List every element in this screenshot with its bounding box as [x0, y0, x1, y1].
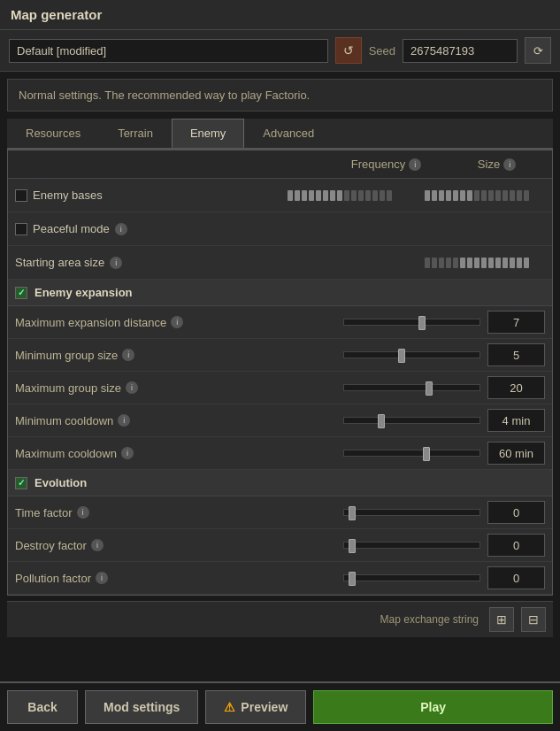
preset-select[interactable]: Default [modified]DefaultCustom [9, 39, 328, 63]
enemy-bases-checkbox[interactable] [15, 189, 27, 202]
enemy-bases-freq-slider[interactable] [271, 190, 408, 201]
pollution-factor-label: Pollution factor i [15, 572, 343, 585]
seed-label: Seed [369, 44, 395, 58]
min-group-size-row: Minimum group size i 5 [8, 339, 552, 372]
evolution-check-icon: ✓ [18, 478, 25, 488]
warning-icon: ⚠ [224, 700, 235, 714]
footer: Back Mod settings ⚠ Preview Play [0, 681, 560, 731]
min-group-size-value: 5 [487, 343, 545, 366]
destroy-factor-value: 0 [487, 534, 545, 557]
destroy-factor-label: Destroy factor i [15, 539, 343, 552]
frequency-info-icon[interactable]: i [409, 158, 421, 171]
time-factor-slider[interactable] [343, 509, 480, 516]
min-cooldown-row: Minimum cooldown i 4 min [8, 404, 552, 437]
peaceful-mode-label: Peaceful mode i [15, 222, 545, 235]
reset-preset-button[interactable]: ↺ [335, 37, 362, 64]
min-cooldown-value: 4 min [487, 409, 545, 432]
time-factor-value: 0 [487, 501, 545, 524]
col-frequency-header: Frequency i [331, 150, 441, 178]
starting-area-label: Starting area size i [15, 256, 408, 269]
pollution-factor-value: 0 [487, 566, 545, 589]
destroy-factor-info-icon[interactable]: i [91, 539, 104, 551]
tab-terrain[interactable]: Terrain [99, 119, 172, 148]
starting-area-slider[interactable] [408, 258, 545, 268]
min-group-size-slider[interactable] [343, 351, 480, 358]
title-bar: Map generator [0, 0, 560, 30]
enemy-expansion-checkbox[interactable]: ✓ [15, 287, 27, 299]
max-cooldown-row: Maximum cooldown i 60 min [8, 437, 552, 470]
max-group-size-value: 20 [487, 376, 545, 399]
max-cooldown-slider[interactable] [343, 450, 480, 457]
pollution-factor-info-icon[interactable]: i [96, 572, 108, 584]
pollution-factor-slider[interactable] [343, 574, 480, 581]
peaceful-mode-checkbox[interactable] [15, 223, 27, 235]
reset-icon: ↺ [343, 43, 354, 58]
paste-icon: ⊟ [528, 612, 539, 627]
col-name-spacer [8, 150, 331, 178]
app-title: Map generator [11, 7, 102, 22]
copy-exchange-button[interactable]: ⊞ [489, 607, 514, 632]
top-controls: Default [modified]DefaultCustom ↺ Seed ⟳ [0, 30, 560, 72]
preview-button[interactable]: ⚠ Preview [205, 690, 306, 724]
min-cooldown-slider[interactable] [343, 417, 480, 424]
max-group-size-slider[interactable] [343, 384, 480, 391]
copy-icon: ⊞ [496, 612, 507, 627]
min-cooldown-info-icon[interactable]: i [118, 414, 130, 427]
paste-exchange-button[interactable]: ⊟ [521, 607, 546, 632]
min-group-size-info-icon[interactable]: i [122, 349, 134, 361]
destroy-factor-row: Destroy factor i 0 [8, 529, 552, 562]
content-panel: Frequency i Size i Enemy bases [7, 150, 553, 596]
tab-resources[interactable]: Resources [7, 119, 99, 148]
max-cooldown-label: Maximum cooldown i [15, 447, 343, 460]
min-cooldown-label: Minimum cooldown i [15, 414, 343, 427]
max-expansion-info-icon[interactable]: i [171, 316, 183, 328]
enemy-bases-row: Enemy bases [8, 179, 552, 212]
destroy-factor-slider[interactable] [343, 542, 480, 549]
max-group-size-info-icon[interactable]: i [126, 381, 138, 394]
max-expansion-slider[interactable] [343, 319, 480, 326]
col-size-header: Size i [441, 150, 552, 178]
exchange-label: Map exchange string [380, 613, 479, 626]
random-seed-button[interactable]: ⟳ [525, 37, 551, 64]
min-group-size-label: Minimum group size i [15, 349, 343, 362]
time-factor-row: Time factor i 0 [8, 496, 552, 529]
peaceful-mode-info-icon[interactable]: i [115, 223, 127, 235]
max-group-size-row: Maximum group size i 20 [8, 372, 552, 404]
enemy-bases-size-slider[interactable] [408, 190, 545, 201]
mod-settings-button[interactable]: Mod settings [85, 690, 198, 724]
check-icon: ✓ [18, 288, 25, 297]
evolution-header: ✓ Evolution [8, 470, 552, 496]
back-button[interactable]: Back [7, 690, 78, 724]
starting-area-row: Starting area size i [8, 246, 552, 280]
shuffle-icon: ⟳ [533, 44, 543, 58]
enemy-expansion-header: ✓ Enemy expansion [8, 280, 552, 306]
tab-advanced[interactable]: Advanced [244, 119, 333, 148]
max-expansion-label: Maximum expansion distance i [15, 316, 343, 329]
column-headers: Frequency i Size i [8, 150, 552, 179]
max-expansion-row: Maximum expansion distance i 7 [8, 306, 552, 339]
pollution-factor-row: Pollution factor i 0 [8, 562, 552, 595]
max-group-size-label: Maximum group size i [15, 381, 343, 395]
play-button[interactable]: Play [313, 690, 553, 724]
time-factor-info-icon[interactable]: i [77, 506, 89, 519]
max-expansion-value: 7 [487, 311, 545, 334]
enemy-bases-label: Enemy bases [15, 189, 271, 202]
size-info-icon[interactable]: i [503, 158, 516, 171]
description-box: Normal settings. The recommended way to … [7, 79, 553, 112]
max-cooldown-value: 60 min [487, 442, 545, 465]
time-factor-label: Time factor i [15, 506, 343, 519]
seed-input[interactable] [403, 39, 518, 63]
evolution-checkbox[interactable]: ✓ [15, 477, 27, 489]
tab-enemy[interactable]: Enemy [172, 119, 244, 148]
peaceful-mode-row: Peaceful mode i [8, 212, 552, 246]
exchange-bar: Map exchange string ⊞ ⊟ [7, 601, 553, 637]
max-cooldown-info-icon[interactable]: i [121, 447, 134, 459]
description-text: Normal settings. The recommended way to … [19, 88, 310, 102]
starting-area-info-icon[interactable]: i [110, 257, 122, 269]
tabs-bar: Resources Terrain Enemy Advanced [7, 119, 553, 150]
